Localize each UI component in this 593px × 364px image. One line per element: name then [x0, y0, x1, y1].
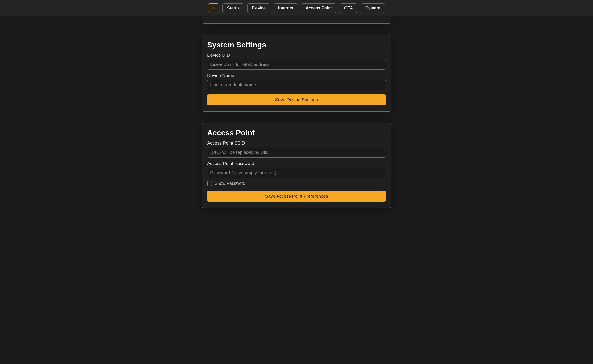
- save-access-point-button[interactable]: Save Access Point Preferences: [207, 191, 386, 202]
- device-uid-label: Device UID: [207, 53, 386, 58]
- device-name-input[interactable]: [207, 80, 386, 90]
- access-point-card: Access Point Access Point SSID Access Po…: [202, 123, 391, 208]
- device-uid-field: Device UID: [207, 53, 386, 70]
- top-nav: Status Device Internet Access Point OTA …: [0, 0, 593, 16]
- chevron-up-icon: [212, 6, 215, 10]
- previous-card-fragment: [202, 16, 391, 24]
- nav-device-button[interactable]: Device: [248, 3, 270, 13]
- ap-ssid-input[interactable]: [207, 147, 386, 158]
- show-password-checkbox[interactable]: [207, 181, 212, 186]
- ap-password-label: Access Point Password: [207, 161, 386, 166]
- ap-ssid-label: Access Point SSID: [207, 141, 386, 146]
- device-name-field: Device Name: [207, 73, 386, 90]
- nav-internet-button[interactable]: Internet: [274, 3, 298, 13]
- page-content: System Settings Device UID Device Name S…: [0, 16, 593, 222]
- nav-status-button[interactable]: Status: [222, 3, 244, 13]
- nav-ota-button[interactable]: OTA: [340, 3, 358, 13]
- access-point-title: Access Point: [207, 129, 386, 137]
- system-settings-card: System Settings Device UID Device Name S…: [202, 35, 391, 112]
- nav-system-button[interactable]: System: [361, 3, 385, 13]
- show-password-row: Show Password: [207, 181, 386, 186]
- nav-access-point-button[interactable]: Access Point: [301, 3, 336, 13]
- nav-collapse-button[interactable]: [208, 3, 219, 13]
- ap-password-input[interactable]: [207, 168, 386, 178]
- system-settings-title: System Settings: [207, 40, 386, 49]
- ap-password-field: Access Point Password: [207, 161, 386, 178]
- device-name-label: Device Name: [207, 73, 386, 78]
- ap-ssid-field: Access Point SSID: [207, 141, 386, 158]
- device-uid-input[interactable]: [207, 59, 386, 70]
- save-device-settings-button[interactable]: Save Device Settings: [207, 94, 386, 105]
- show-password-label: Show Password: [215, 181, 245, 186]
